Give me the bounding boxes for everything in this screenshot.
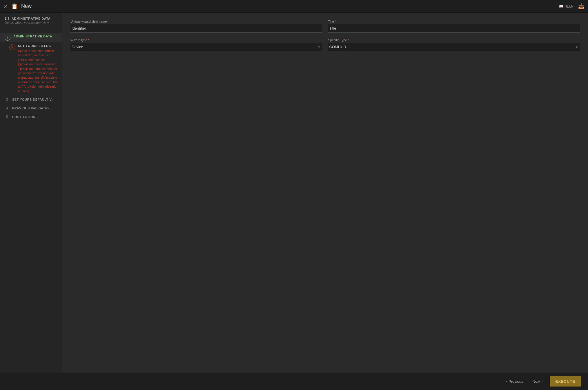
sidebar-divider [0, 29, 62, 29]
topbar: ✕ 📋 New 📖 HELP 📥 [0, 0, 588, 13]
sidebar-item-set-fields[interactable]: ✕ SET YOURS FIELDS Select preset step 'A… [0, 42, 62, 95]
step-3-number: 3 [5, 98, 9, 102]
topbar-right: 📖 HELP 📥 [559, 3, 585, 10]
specific-type-select[interactable]: COMHUB Other [328, 43, 580, 51]
specific-type-select-wrapper: COMHUB Other ▼ [328, 43, 580, 51]
page-title: New [21, 3, 556, 9]
wizard-view-name-input[interactable] [70, 24, 322, 32]
step-set-fields-number: ✕ [9, 44, 15, 50]
execute-button[interactable]: EXECUTE [550, 376, 581, 387]
content-area: Unique wizard view name* Title* Wizard t… [62, 13, 588, 373]
form-row-2: Wizard type* Device Other ▼ Specific Typ… [70, 38, 580, 51]
step-1-number: 1 [5, 35, 10, 41]
step-1-content: ADMINISTRATIVE DATA [13, 35, 57, 38]
step-5-title: POST ACTIONS [12, 115, 38, 119]
sidebar: 1/5: ADMINISTRATIVE DATA Details about y… [0, 13, 62, 373]
sidebar-item-previous-validation[interactable]: 4 PREVIOUS VALIDATIO... [0, 104, 62, 113]
main-layout: 1/5: ADMINISTRATIVE DATA Details about y… [0, 13, 588, 373]
close-icon[interactable]: ✕ [3, 3, 8, 10]
step-4-title: PREVIOUS VALIDATIO... [12, 106, 52, 110]
sidebar-item-set-defaults[interactable]: 3 SET YOURS DEFAULT V... [0, 95, 62, 104]
previous-chevron-icon: ‹ [506, 379, 507, 384]
sidebar-header: 1/5: ADMINISTRATIVE DATA Details about y… [0, 17, 62, 26]
help-button[interactable]: 📖 HELP [559, 4, 574, 8]
wizard-view-name-required: * [107, 20, 108, 23]
step-set-fields-content: SET YOURS FIELDS Select preset step 'Adm… [18, 44, 57, 93]
wizard-type-required: * [88, 38, 89, 42]
wizard-view-name-label: Unique wizard view name* [70, 20, 322, 23]
sidebar-step-sub: Details about your custom view [5, 21, 57, 24]
step-1-title: ADMINISTRATIVE DATA [13, 35, 57, 38]
title-input[interactable] [328, 24, 580, 32]
help-icon: 📖 [559, 4, 563, 8]
footer: ‹ Previous Next › EXECUTE [0, 373, 588, 390]
title-required: * [335, 20, 336, 23]
sidebar-step-label: 1/5: ADMINISTRATIVE DATA [5, 17, 57, 20]
field-specific-type: Specific Type* COMHUB Other ▼ [328, 38, 580, 51]
step-set-fields-title: SET YOURS FIELDS [18, 44, 57, 48]
next-button[interactable]: Next › [530, 378, 545, 385]
step-5-number: 5 [5, 115, 9, 119]
sidebar-item-post-actions[interactable]: 5 POST ACTIONS [0, 113, 62, 121]
download-icon[interactable]: 📥 [578, 3, 585, 10]
wizard-type-select[interactable]: Device Other [70, 43, 322, 51]
sidebar-item-administrative-data[interactable]: 1 ADMINISTRATIVE DATA [0, 33, 62, 42]
specific-type-label: Specific Type* [328, 38, 580, 42]
step-4-number: 4 [5, 106, 9, 110]
form-row-1: Unique wizard view name* Title* [70, 20, 580, 32]
next-chevron-icon: › [541, 379, 542, 384]
title-label: Title* [328, 20, 580, 23]
step-3-title: SET YOURS DEFAULT V... [12, 98, 55, 101]
field-wizard-view-name: Unique wizard view name* [70, 20, 322, 32]
field-title: Title* [328, 20, 580, 32]
wizard-type-select-wrapper: Device Other ▼ [70, 43, 322, 51]
step-set-fields-error: Select preset step 'Admin' or add requir… [18, 49, 57, 93]
specific-type-required: * [348, 38, 349, 42]
field-wizard-type: Wizard type* Device Other ▼ [70, 38, 322, 51]
wizard-type-label: Wizard type* [70, 38, 322, 42]
previous-button[interactable]: ‹ Previous [504, 378, 526, 385]
document-icon[interactable]: 📋 [11, 3, 18, 10]
